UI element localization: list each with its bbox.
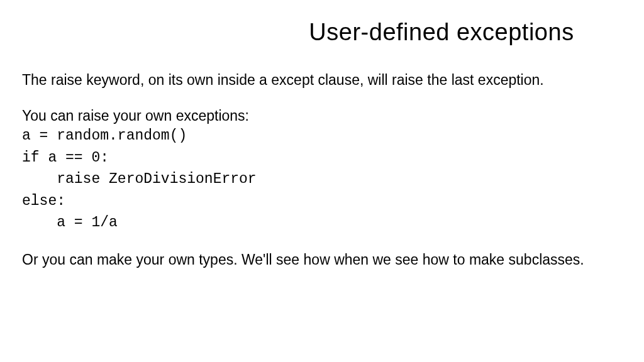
paragraph-own-types: Or you can make your own types. We'll se… [22,251,622,268]
paragraph-raise-keyword: The raise keyword, on its own inside a e… [22,71,622,90]
slide-title: User-defined exceptions [261,19,622,46]
code-example: a = random.random() if a == 0: raise Zer… [22,125,622,234]
paragraph-raise-own: You can raise your own exceptions: [22,107,622,124]
